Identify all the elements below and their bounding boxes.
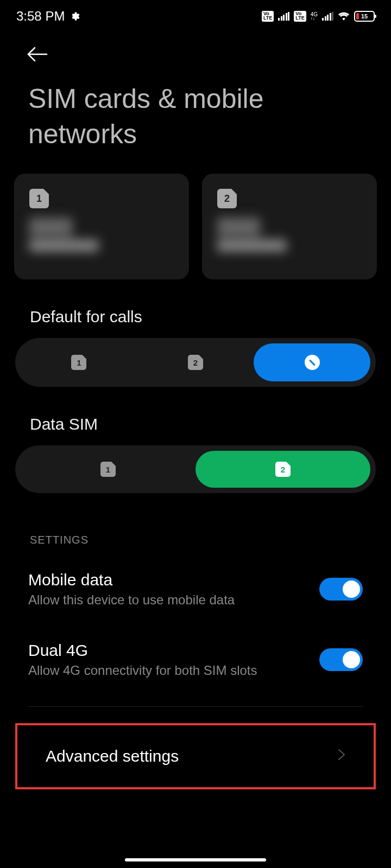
dual-4g-desc: Allow 4G connectivity for both SIM slots [28, 663, 319, 678]
back-button[interactable] [27, 43, 49, 65]
dual-4g-labels: Dual 4G Allow 4G connectivity for both S… [28, 641, 319, 678]
data-sim-2[interactable]: 2 [195, 451, 370, 488]
volte-badge-2: VoLTE [294, 11, 306, 21]
sim-1-info: ████ ██████████ [29, 218, 174, 251]
mobile-data-desc: Allow this device to use mobile data [28, 592, 319, 608]
status-time: 3:58 PM [16, 9, 65, 24]
settings-header: SETTINGS [0, 493, 391, 560]
chevron-right-icon [338, 749, 345, 764]
gear-icon [69, 11, 80, 22]
dual-4g-row: Dual 4G Allow 4G connectivity for both S… [0, 630, 391, 701]
default-calls-none[interactable] [254, 343, 370, 381]
wifi-icon [338, 11, 350, 21]
battery-icon: 15 [354, 11, 375, 22]
data-sim-label: Data SIM [0, 387, 391, 445]
sim-2-info: ████ ██████████ [217, 218, 362, 251]
default-calls-sim1[interactable]: 1 [21, 343, 137, 381]
sim-cards-row: 1 ████ ██████████ 2 ████ ██████████ [0, 174, 391, 279]
home-indicator[interactable] [125, 858, 266, 861]
page-title: SIM cards & mobile networks [0, 71, 391, 174]
default-calls-label: Default for calls [0, 279, 391, 338]
data-sim-segmented: 1 2 [15, 445, 376, 493]
status-left: 3:58 PM [16, 9, 80, 24]
status-right: VoLTE VoLTE 4G ↑↓ 15 [262, 11, 375, 22]
default-calls-segmented: 1 2 [15, 338, 376, 387]
sim-card-2[interactable]: 2 ████ ██████████ [202, 174, 377, 279]
sim-1-badge: 1 [29, 189, 49, 208]
signal-bars-1 [278, 12, 289, 21]
no-sim-icon [305, 355, 320, 370]
signal-4g-label: 4G ↑↓ [311, 12, 318, 21]
mobile-data-title: Mobile data [28, 571, 319, 589]
mobile-data-labels: Mobile data Allow this device to use mob… [28, 571, 319, 608]
sim-2-badge: 2 [217, 189, 237, 208]
dual-4g-toggle[interactable] [319, 648, 363, 671]
advanced-settings-title: Advanced settings [46, 747, 179, 765]
mobile-data-row: Mobile data Allow this device to use mob… [0, 560, 391, 630]
mobile-data-toggle[interactable] [319, 578, 363, 601]
advanced-settings-row[interactable]: Advanced settings [15, 723, 376, 789]
data-sim-1[interactable]: 1 [21, 451, 195, 488]
signal-bars-2 [322, 12, 333, 21]
volte-badge-1: VoLTE [262, 11, 274, 21]
status-bar: 3:58 PM VoLTE VoLTE 4G ↑↓ [0, 0, 391, 33]
sim-card-1[interactable]: 1 ████ ██████████ [14, 174, 189, 279]
divider [28, 706, 363, 707]
dual-4g-title: Dual 4G [28, 641, 319, 660]
default-calls-sim2[interactable]: 2 [137, 343, 254, 381]
